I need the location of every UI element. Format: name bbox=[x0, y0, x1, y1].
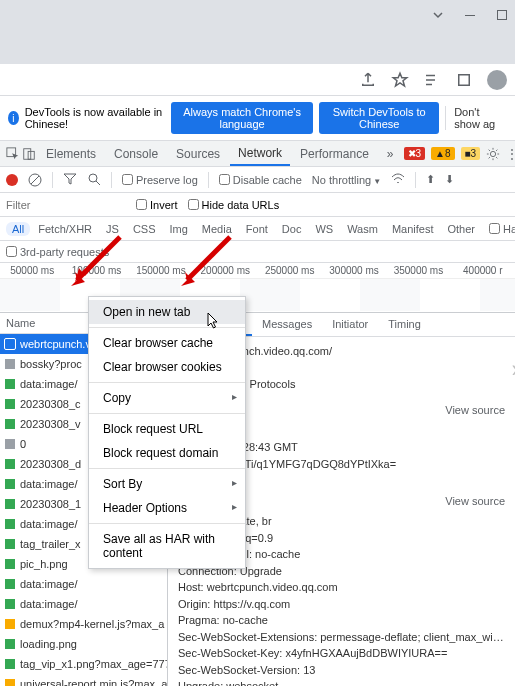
request-name: tag_vip_x1.png?max_age=777 bbox=[20, 658, 167, 670]
warning-badge[interactable]: ▲8 bbox=[431, 147, 454, 160]
cm-block-domain[interactable]: Block request domain bbox=[89, 441, 245, 465]
extensions-icon[interactable] bbox=[455, 71, 473, 89]
request-row[interactable]: demux?mp4-kernel.js?max_a bbox=[0, 614, 167, 634]
filter-input[interactable] bbox=[6, 199, 126, 211]
tab-initiator[interactable]: Initiator bbox=[322, 313, 378, 336]
img-icon bbox=[4, 498, 16, 510]
minimize-icon[interactable] bbox=[463, 8, 477, 22]
tab-performance[interactable]: Performance bbox=[292, 141, 377, 166]
filter-type-img[interactable]: Img bbox=[164, 222, 194, 236]
cm-sort-by[interactable]: Sort By bbox=[89, 472, 245, 496]
bookmark-star-icon[interactable] bbox=[391, 71, 409, 89]
info-icon: i bbox=[8, 111, 19, 125]
chk-blocked_cookies[interactable]: Has blocked cookies bbox=[489, 223, 515, 235]
request-name: 20230308_d bbox=[20, 458, 81, 470]
chevron-down-icon[interactable] bbox=[431, 8, 445, 22]
svg-rect-0 bbox=[465, 15, 475, 16]
js-icon bbox=[4, 618, 16, 630]
img-icon bbox=[4, 378, 16, 390]
ws-icon bbox=[4, 338, 16, 350]
cm-header-options[interactable]: Header Options bbox=[89, 496, 245, 520]
inspect-icon[interactable] bbox=[6, 147, 20, 161]
svg-point-8 bbox=[89, 174, 97, 182]
request-name: 20230308_1 bbox=[20, 498, 81, 510]
request-name: data:image/ bbox=[20, 518, 77, 530]
svg-point-6 bbox=[491, 151, 496, 156]
svg-rect-4 bbox=[24, 148, 31, 159]
request-row[interactable]: tag_vip_x1.png?max_age=777 bbox=[0, 654, 167, 674]
upload-icon[interactable]: ⬆ bbox=[426, 173, 435, 186]
cm-clear-cache[interactable]: Clear browser cache bbox=[89, 331, 245, 355]
download-icon[interactable]: ⬇ bbox=[445, 173, 454, 186]
request-row[interactable]: data:image/ bbox=[0, 574, 167, 594]
filter-type-other[interactable]: Other bbox=[441, 222, 481, 236]
request-name: data:image/ bbox=[20, 598, 77, 610]
header-sec-ws-key: Sec-WebSocket-Key: x4yfnHGXAAujBdDBWIYIU… bbox=[178, 645, 505, 662]
disable-cache-checkbox[interactable]: Disable cache bbox=[219, 174, 302, 186]
cm-clear-cookies[interactable]: Clear browser cookies bbox=[89, 355, 245, 379]
clear-icon[interactable] bbox=[28, 173, 42, 187]
request-name: demux?mp4-kernel.js?max_a bbox=[20, 618, 164, 630]
filter-type-manifest[interactable]: Manifest bbox=[386, 222, 440, 236]
cm-save-har[interactable]: Save all as HAR with content bbox=[89, 527, 245, 565]
record-button[interactable] bbox=[6, 174, 18, 186]
devtools-locale-banner: i DevTools is now available in Chinese! … bbox=[0, 96, 515, 141]
filter-type-font[interactable]: Font bbox=[240, 222, 274, 236]
request-name: loading.png bbox=[20, 638, 77, 650]
filter-type-js[interactable]: JS bbox=[100, 222, 125, 236]
reading-list-icon[interactable] bbox=[423, 71, 441, 89]
filter-toggle-icon[interactable] bbox=[63, 172, 77, 188]
maximize-icon[interactable] bbox=[495, 8, 509, 22]
svg-rect-1 bbox=[498, 11, 507, 20]
throttling-dropdown[interactable]: No throttling▼ bbox=[312, 174, 381, 186]
filter-type-css[interactable]: CSS bbox=[127, 222, 162, 236]
tab-sources[interactable]: Sources bbox=[168, 141, 228, 166]
network-timeline[interactable]: 50000 ms100000 ms150000 ms200000 ms25000… bbox=[0, 263, 515, 313]
wifi-icon[interactable] bbox=[391, 172, 405, 188]
invert-checkbox[interactable]: Invert bbox=[136, 199, 178, 211]
header-sec-ws-ext: Sec-WebSocket-Extensions: permessage-def… bbox=[178, 629, 505, 646]
dont-show-again-link[interactable]: Don't show ag bbox=[445, 106, 507, 130]
search-icon[interactable] bbox=[87, 172, 101, 188]
error-badge[interactable]: ✖3 bbox=[404, 147, 426, 160]
cm-block-url[interactable]: Block request URL bbox=[89, 417, 245, 441]
request-name: data:image/ bbox=[20, 378, 77, 390]
img-icon bbox=[4, 598, 16, 610]
third-party-row: 3rd-party requests bbox=[0, 241, 515, 263]
tab-network[interactable]: Network bbox=[230, 141, 290, 166]
switch-language-button[interactable]: Switch DevTools to Chinese bbox=[319, 102, 439, 134]
kebab-icon[interactable]: ⋮ bbox=[506, 147, 515, 161]
tab-elements[interactable]: Elements bbox=[38, 141, 104, 166]
filter-type-wasm[interactable]: Wasm bbox=[341, 222, 384, 236]
device-toggle-icon[interactable] bbox=[22, 147, 36, 161]
cm-copy[interactable]: Copy bbox=[89, 386, 245, 410]
share-icon[interactable] bbox=[359, 71, 377, 89]
request-context-menu: Open in new tab Clear browser cache Clea… bbox=[88, 296, 246, 569]
hide-data-urls-checkbox[interactable]: Hide data URLs bbox=[188, 199, 280, 211]
request-name: data:image/ bbox=[20, 578, 77, 590]
preserve-log-checkbox[interactable]: Preserve log bbox=[122, 174, 198, 186]
tab-console[interactable]: Console bbox=[106, 141, 166, 166]
gear-icon[interactable] bbox=[486, 147, 500, 161]
match-language-button[interactable]: Always match Chrome's language bbox=[171, 102, 313, 134]
img-icon bbox=[4, 578, 16, 590]
request-row[interactable]: data:image/ bbox=[0, 594, 167, 614]
profile-avatar[interactable] bbox=[487, 70, 507, 90]
request-name: 0 bbox=[20, 438, 26, 450]
request-row[interactable]: universal-report.min.js?max_a bbox=[0, 674, 167, 686]
request-row[interactable]: loading.png bbox=[0, 634, 167, 654]
third-party-checkbox[interactable]: 3rd-party requests bbox=[6, 246, 109, 258]
tab-timing[interactable]: Timing bbox=[378, 313, 431, 336]
img-icon bbox=[4, 538, 16, 550]
filter-type-ws[interactable]: WS bbox=[309, 222, 339, 236]
filter-type-media[interactable]: Media bbox=[196, 222, 238, 236]
filter-type-all[interactable]: All bbox=[6, 222, 30, 236]
tab-messages[interactable]: Messages bbox=[252, 313, 322, 336]
filter-type-fetchxhr[interactable]: Fetch/XHR bbox=[32, 222, 98, 236]
filter-type-doc[interactable]: Doc bbox=[276, 222, 308, 236]
issue-badge[interactable]: ■3 bbox=[461, 147, 481, 160]
network-toolbar: Preserve log Disable cache No throttling… bbox=[0, 167, 515, 193]
js-icon bbox=[4, 678, 16, 686]
cm-open-new-tab[interactable]: Open in new tab bbox=[89, 300, 245, 324]
tab-more[interactable]: » bbox=[379, 141, 402, 166]
